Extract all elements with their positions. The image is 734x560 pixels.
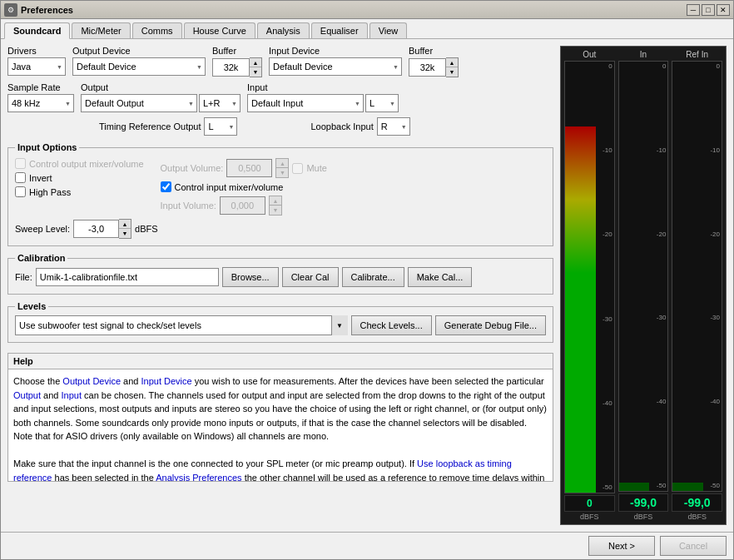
calibration-section: Calibration File: Browse... Clear Cal Ca… [7,258,553,295]
input-buffer-spinbox: ▲ ▼ [409,57,459,77]
left-panel: Drivers Java ASIO DirectSound [7,46,553,525]
input-group: Input Default Input L R [247,82,399,112]
cal-file-input[interactable] [36,268,219,286]
in-value: -99,0 [618,493,669,512]
in-bar: 0 -10 -20 -30 -40 -50 [618,61,669,492]
make-cal-button[interactable]: Make Cal... [408,267,473,287]
high-pass-checkbox[interactable] [15,186,26,197]
tabs-bar: Soundcard Mic/Meter Comms House Curve An… [1,19,733,39]
input-buffer-label: Buffer [409,46,459,56]
meters-row: Out 0 -10 -20 -30 -40 -50 [564,50,722,521]
link-input[interactable]: Input [62,390,82,400]
input-buffer-up[interactable]: ▲ [446,58,458,67]
sample-rate-select[interactable]: 44.1 kHz 48 kHz 96 kHz [7,94,74,112]
link-analysis-prefs[interactable]: Analysis Preferences [156,473,241,482]
title-bar: ⚙ Preferences ─ □ ✕ [1,1,733,19]
sweep-up[interactable]: ▲ [119,220,131,229]
tab-micmeter[interactable]: Mic/Meter [72,22,130,38]
tab-housecurve[interactable]: House Curve [184,22,255,38]
close-button[interactable]: ✕ [717,4,730,16]
loopback-select[interactable]: L R [377,117,410,136]
window-title: Preferences [21,5,687,15]
input-device-select[interactable]: Default Device [269,57,402,76]
input-device-wrapper: Default Device [269,57,402,76]
drivers-select[interactable]: Java ASIO DirectSound [7,57,66,76]
cancel-button[interactable]: Cancel [660,536,727,556]
high-pass-label: High Pass [29,187,71,197]
sweep-label: Sweep Level: [15,224,70,234]
timing-ref-label: Timing Reference Output [99,121,201,131]
link-loopback[interactable]: Use loopback as timing reference [13,458,512,481]
levels-select[interactable]: Use subwoofer test signal to check/set l… [15,315,348,335]
mute-checkbox[interactable] [292,163,303,174]
browse-button[interactable]: Browse... [222,267,279,287]
input-volume-input[interactable] [220,196,265,215]
link-output[interactable]: Output [13,390,41,400]
output-buffer-group: Buffer ▲ ▼ [212,46,262,77]
bottom-bar: Next > Cancel [1,532,733,559]
output-buffer-down[interactable]: ▼ [250,67,261,77]
next-button[interactable]: Next > [588,536,655,556]
invert-row: Invert [15,172,144,183]
timing-ref-select[interactable]: L R [204,117,237,136]
input-label: Input [247,82,399,92]
input-volume-label: Input Volume: [161,201,216,211]
window-icon: ⚙ [4,3,17,17]
input-buffer-input[interactable] [409,58,446,77]
output-select[interactable]: Default Output [81,94,197,112]
output-buffer-up[interactable]: ▲ [250,58,261,67]
loopback-wrapper: L R [377,117,410,136]
out-fill [565,126,596,493]
output-vol-up[interactable]: ▲ [276,159,288,168]
tab-comms[interactable]: Comms [132,22,182,38]
tab-soundcard[interactable]: Soundcard [4,22,70,39]
output-group: Output Default Output L+R L [81,82,241,112]
link-input-device[interactable]: Input Device [141,376,192,386]
generate-debug-button[interactable]: Generate Debug File... [435,315,546,335]
ref-in-dbfs: dBFS [687,513,707,521]
output-volume-label: Output Volume: [161,163,224,173]
minimize-button[interactable]: ─ [687,4,700,16]
input-select[interactable]: Default Input [247,94,364,112]
row-sample-output-input: Sample Rate 44.1 kHz 48 kHz 96 kHz Outpu… [7,82,553,112]
output-label: Output [81,82,241,92]
input-vol-up[interactable]: ▲ [270,196,281,206]
output-vol-down[interactable]: ▼ [276,168,288,177]
output-volume-input[interactable] [226,159,272,177]
levels-title: Levels [15,301,48,311]
in-fill [619,483,650,491]
input-buffer-group: Buffer ▲ ▼ [409,46,459,77]
in-dbfs: dBFS [634,513,653,521]
link-output-device[interactable]: Output Device [62,376,121,386]
out-label: Out [583,50,596,59]
timing-ref-wrapper: L R [204,117,237,136]
control-output-checkbox[interactable] [15,158,26,169]
check-levels-button[interactable]: Check Levels... [351,315,432,335]
sweep-down[interactable]: ▼ [119,229,131,238]
input-buffer-down[interactable]: ▼ [446,67,458,77]
input-vol-down[interactable]: ▼ [270,206,281,215]
input-lr-wrapper: L R [365,94,399,112]
out-dbfs: dBFS [580,513,599,521]
ref-in-fill [672,483,703,491]
window-controls: ─ □ ✕ [687,4,730,16]
tab-equaliser[interactable]: Equaliser [311,22,368,38]
tab-view[interactable]: View [369,22,408,38]
sweep-input[interactable] [73,220,119,238]
content-area: Drivers Java ASIO DirectSound [1,39,733,532]
invert-checkbox[interactable] [15,172,26,183]
sweep-unit: dBFS [135,224,158,234]
output-lr-select[interactable]: L+R L R [199,94,241,112]
control-input-checkbox[interactable] [161,181,171,192]
sweep-row: Sweep Level: ▲ ▼ dBFS [15,219,546,239]
clear-cal-button[interactable]: Clear Cal [282,267,339,287]
tab-analysis[interactable]: Analysis [257,22,310,38]
output-buffer-input[interactable] [212,58,250,77]
maximize-button[interactable]: □ [702,4,715,16]
sweep-btns: ▲ ▼ [119,219,131,239]
help-content[interactable]: Choose the Output Device and Input Devic… [8,369,553,481]
input-lr-select[interactable]: L R [365,94,399,112]
input-options-section: Input Options Control output mixer/volum… [7,147,553,246]
output-device-select[interactable]: Default Device [72,57,206,76]
calibrate-button[interactable]: Calibrate... [342,267,404,287]
